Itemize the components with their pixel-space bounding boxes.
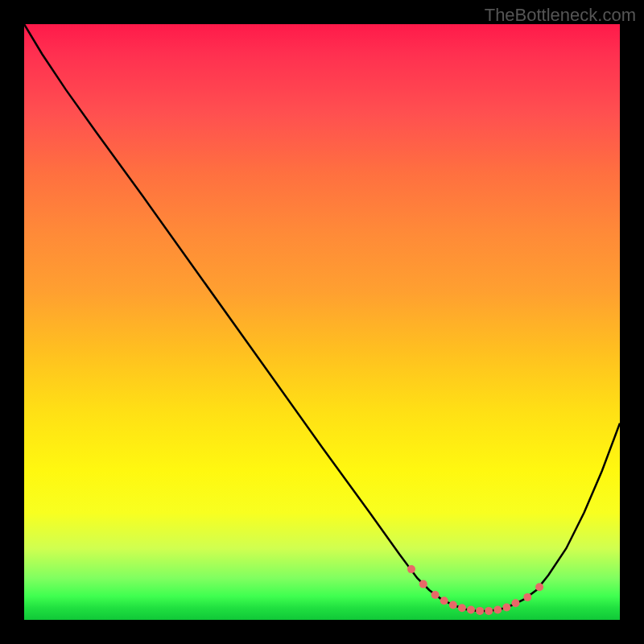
svg-point-11 — [512, 599, 520, 607]
watermark-text: TheBottleneck.com — [485, 5, 636, 26]
svg-point-5 — [458, 604, 466, 612]
svg-point-13 — [535, 583, 543, 591]
svg-point-0 — [407, 565, 415, 573]
svg-point-7 — [476, 607, 484, 615]
svg-point-10 — [502, 603, 510, 611]
svg-point-2 — [431, 591, 440, 599]
svg-point-9 — [493, 605, 502, 613]
svg-point-8 — [485, 607, 493, 615]
svg-point-12 — [523, 593, 531, 601]
svg-point-1 — [419, 580, 427, 588]
bottleneck-curve — [24, 24, 620, 620]
highlight-dots — [24, 24, 620, 620]
svg-point-3 — [440, 597, 448, 605]
svg-point-6 — [467, 605, 475, 613]
chart-plot-area — [24, 24, 620, 620]
svg-point-4 — [449, 601, 457, 609]
